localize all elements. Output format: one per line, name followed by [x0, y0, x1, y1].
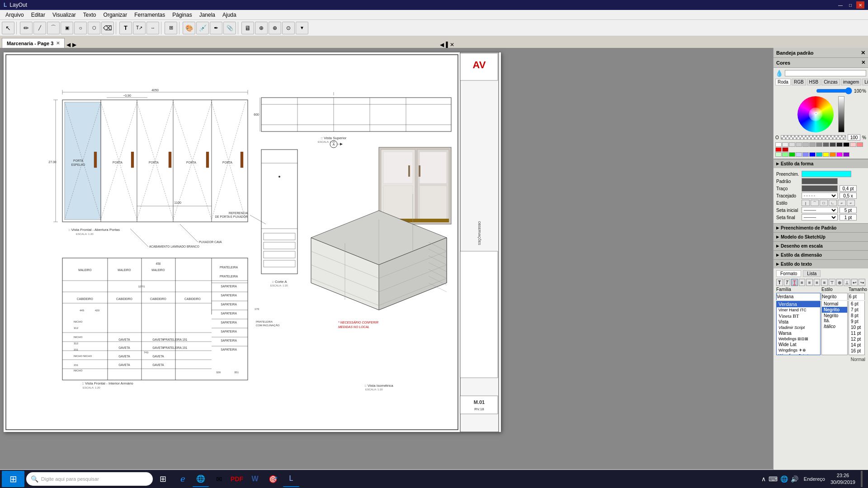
style-normal[interactable]: Normal [822, 301, 847, 307]
tab-lista[interactable]: Lista [862, 79, 868, 85]
eyedropper-icon[interactable]: 💧 [775, 70, 783, 77]
monitor-tool[interactable]: 🖥 [241, 22, 254, 34]
menu-organizar[interactable]: Organizar [100, 11, 131, 19]
paint-tool[interactable]: 🎨 [183, 22, 195, 34]
show-desktop-button[interactable] [861, 471, 863, 487]
swatch-6[interactable] [816, 142, 822, 147]
nav-out[interactable]: ⊙ [282, 22, 295, 34]
swatch-yellow[interactable] [823, 152, 829, 157]
swatch-4[interactable] [802, 142, 809, 147]
swatch-g2[interactable] [782, 152, 788, 157]
tray-network[interactable]: 🌐 [780, 475, 788, 483]
tab-roda[interactable]: Roda [775, 79, 791, 85]
tab-nav-right[interactable]: ▶ [72, 42, 76, 48]
font-family-input[interactable] [776, 293, 821, 300]
nav-prev[interactable]: ⊕ [255, 22, 268, 34]
fill-pattern-header[interactable]: Preenchimento de Padrão [774, 223, 868, 232]
font-wing2[interactable]: Wingdings 2 ✦☺ [777, 353, 820, 355]
minimize-button[interactable]: — [836, 1, 844, 9]
taskview-button[interactable]: ⊞ [155, 471, 171, 487]
swatch-magenta[interactable] [836, 152, 843, 157]
taskbar-layout[interactable]: L [283, 471, 299, 487]
tab-formato[interactable]: Formato [776, 270, 801, 277]
text-style-header[interactable]: Estilo do texto [774, 259, 868, 268]
font-family-list[interactable]: Verdana Viner Hand ITC Vineta BT Vista V… [776, 301, 821, 355]
maximize-button[interactable]: □ [846, 1, 854, 9]
dropdown-arrow[interactable]: ▼ [296, 22, 308, 34]
arrow-start-select[interactable]: ——— ←—— [802, 207, 838, 213]
size-9[interactable]: 9 pt [849, 319, 864, 324]
bold-button[interactable]: T [776, 279, 783, 286]
valign-top[interactable]: ⊤ [829, 279, 835, 286]
font-vineta[interactable]: Vineta BT [777, 313, 820, 319]
dimension-header[interactable]: Estilo da dimensão [774, 250, 868, 259]
tab-cinzas[interactable]: Cinzas [821, 79, 840, 85]
font-warsa[interactable]: Warsa [777, 330, 820, 336]
brightness-slider[interactable] [838, 96, 844, 132]
swatch-orange[interactable] [830, 152, 836, 157]
nav-next[interactable]: ⊕ [269, 22, 281, 34]
size-8[interactable]: 8 pt [849, 313, 864, 319]
table-tool[interactable]: ⊞ [165, 22, 177, 34]
clock[interactable]: 23:26 30/09/2019 [830, 472, 855, 486]
swatch-3[interactable] [796, 142, 802, 147]
style-square[interactable]: □ [820, 200, 828, 206]
size-16[interactable]: 16 pt [849, 348, 864, 354]
taskbar-word[interactable]: W [247, 471, 263, 487]
tray-volume[interactable]: 🔊 [791, 475, 798, 483]
arrow-end-size[interactable] [840, 214, 857, 221]
tray-keyboard[interactable]: ⌨ [769, 475, 778, 483]
align-left[interactable]: ≡ [799, 279, 806, 286]
menu-ajuda[interactable]: Ajuda [219, 11, 240, 19]
taskbar-chrome[interactable]: 🌐 [193, 471, 209, 487]
size-18[interactable]: 18 pt [849, 354, 864, 355]
menu-arquivo[interactable]: Arquivo [2, 11, 28, 19]
menu-janela[interactable]: Janela [196, 11, 219, 19]
tray-up-arrow[interactable]: ∧ [761, 475, 766, 483]
fill-color-preview[interactable] [802, 171, 851, 177]
swatch-r1[interactable] [850, 142, 856, 147]
polygon-tool[interactable]: ⬡ [88, 22, 100, 34]
taskbar-pdf[interactable]: PDF [229, 471, 245, 487]
color-wheel[interactable] [797, 96, 834, 132]
swatch-purple[interactable] [843, 152, 849, 157]
swatch-r2[interactable] [857, 142, 863, 147]
panel-collapse[interactable]: ◀▐ [440, 42, 448, 48]
swatch-g1[interactable] [775, 152, 782, 157]
tab-rgb[interactable]: RGB [792, 79, 806, 85]
eyedropper-tool[interactable]: 💉 [196, 22, 209, 34]
swatch-r3[interactable] [782, 147, 788, 152]
sketchup-header[interactable]: Modelo do SketchUp [774, 232, 868, 241]
italic-button[interactable]: T [784, 279, 791, 286]
trace-width-input[interactable] [840, 185, 857, 192]
size-11[interactable]: 11 pt [849, 330, 864, 336]
arc-tool[interactable]: ⌒ [47, 22, 60, 34]
rtl[interactable]: ↩ [851, 279, 858, 286]
line-tool[interactable]: ╱ [33, 22, 46, 34]
valign-bot[interactable]: ⊥ [844, 279, 850, 286]
font-webdings[interactable]: Webdings ⊞⊟⊠ [777, 336, 820, 342]
trace-preview[interactable] [802, 185, 838, 192]
align-center[interactable]: ≡ [806, 279, 813, 286]
swatch-red[interactable] [775, 147, 782, 152]
taskbar-mail[interactable]: ✉ [211, 471, 227, 487]
font-vista[interactable]: Vista [777, 319, 820, 325]
menu-texto[interactable]: Texto [80, 11, 100, 19]
hex-color-input[interactable] [785, 70, 866, 76]
page-tab[interactable]: Marcenaria - Page 3 ✕ [2, 38, 65, 48]
select-tool[interactable]: ↖ [2, 22, 14, 34]
tab-hsb[interactable]: HSB [807, 79, 821, 85]
font-verdana[interactable]: Verdana [777, 301, 820, 307]
menu-ferramentas[interactable]: Ferramentas [131, 11, 169, 19]
swatch-8[interactable] [830, 142, 836, 147]
font-size-input[interactable] [849, 293, 865, 300]
search-bar[interactable]: 🔍 Digite aqui para pesquisar [26, 472, 153, 486]
stroke-color-preview[interactable] [802, 178, 838, 184]
size-7[interactable]: 7 pt [849, 307, 864, 313]
size-14[interactable]: 14 pt [849, 342, 864, 348]
tab-lista[interactable]: Lista [803, 270, 821, 277]
close-button[interactable]: ✕ [856, 1, 864, 9]
swatch-blue[interactable] [809, 152, 816, 157]
dash-pattern-select[interactable]: - - - - - ——— · · · · · [802, 192, 838, 199]
taskbar-app6[interactable]: 🎯 [265, 471, 281, 487]
